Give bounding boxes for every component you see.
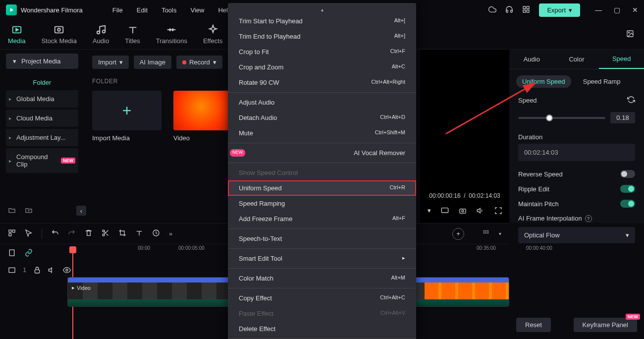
link-icon[interactable] — [25, 249, 33, 258]
minimize-button[interactable]: — — [595, 6, 602, 14]
tab-effects[interactable]: Effects — [203, 24, 223, 45]
speed-slider[interactable] — [518, 117, 605, 119]
reverse-speed-toggle[interactable] — [620, 170, 635, 178]
headphones-icon[interactable] — [505, 5, 513, 15]
text-icon[interactable] — [135, 229, 143, 238]
sidebar-item-compound[interactable]: ▸Compound ClipNEW — [6, 148, 78, 173]
import-media-tile[interactable]: + Import Media — [92, 91, 161, 142]
display-icon[interactable] — [441, 207, 449, 216]
apps-icon[interactable] — [522, 5, 530, 15]
preview-current-time: 00:00:00:16 — [429, 192, 460, 199]
view-grid-icon[interactable] — [482, 229, 490, 238]
duration-label: Duration — [518, 133, 635, 141]
right-tab-audio[interactable]: Audio — [509, 50, 554, 69]
chevron-down-icon[interactable]: ▾ — [428, 207, 431, 216]
export-button[interactable]: Export ▾ — [539, 3, 580, 17]
ctx-vocal-remover[interactable]: NEWAI Vocal Remover — [228, 145, 416, 161]
ctx-copy-effect[interactable]: Copy EffectCtrl+Alt+C — [228, 290, 416, 306]
ctx-crop-fit[interactable]: Crop to FitCtrl+F — [228, 44, 416, 59]
scroll-up-icon[interactable]: ▴ — [228, 6, 416, 13]
svg-rect-16 — [12, 230, 15, 232]
effects-icon — [208, 24, 218, 35]
sidebar-item-adjustment[interactable]: ▸Adjustment Lay... — [6, 129, 78, 146]
ctx-trim-end[interactable]: Trim End to PlayheadAlt+] — [228, 29, 416, 44]
ctx-freeze-frame[interactable]: Add Freeze FrameAlt+F — [228, 211, 416, 226]
ai-image-button[interactable]: AI Image — [134, 56, 171, 69]
track-menu-icon[interactable] — [8, 266, 16, 276]
snapshot-icon[interactable] — [459, 207, 467, 216]
reset-speed-icon[interactable] — [627, 96, 635, 105]
folder-icon[interactable] — [8, 206, 16, 216]
right-tab-color[interactable]: Color — [554, 50, 599, 69]
keyframe-panel-button[interactable]: Keyframe Panel NEW — [574, 318, 638, 332]
marker-icon[interactable] — [8, 249, 16, 258]
delete-icon[interactable] — [85, 229, 93, 238]
audio-icon — [96, 24, 107, 35]
ctx-mute[interactable]: MuteCtrl+Shift+M — [228, 125, 416, 141]
mute-track-icon[interactable] — [48, 266, 56, 276]
reset-button[interactable]: Reset — [516, 318, 551, 332]
folder-label[interactable]: Folder — [6, 75, 78, 90]
sidebar: ▾ Project Media Folder ▸Global Media ▸Cl… — [0, 50, 84, 223]
tab-media[interactable]: Media — [8, 24, 25, 45]
ctx-adjust-audio[interactable]: Adjust Audio — [228, 95, 416, 110]
ctx-color-match[interactable]: Color MatchAlt+M — [228, 271, 416, 286]
ripple-edit-toggle[interactable] — [620, 185, 635, 193]
record-button[interactable]: Record▾ — [176, 56, 222, 69]
menubar: File Edit Tools View Help — [112, 6, 231, 14]
menu-tools[interactable]: Tools — [161, 6, 176, 14]
folder-add-icon[interactable] — [25, 206, 33, 216]
fullscreen-icon[interactable] — [494, 207, 502, 216]
subtab-speed-ramp[interactable]: Speed Ramp — [577, 75, 627, 88]
menu-file[interactable]: File — [112, 6, 123, 14]
sidebar-item-cloud[interactable]: ▸Cloud Media — [6, 110, 78, 127]
ctx-detach-audio[interactable]: Detach AudioCtrl+Alt+D — [228, 110, 416, 125]
grid-icon[interactable] — [8, 229, 16, 238]
duration-field[interactable]: 00:02:14:03 — [518, 144, 635, 161]
menu-view[interactable]: View — [190, 6, 204, 14]
crop-icon[interactable] — [118, 229, 126, 238]
ctx-smart-edit[interactable]: Smart Edit Tool▸ — [228, 251, 416, 266]
add-track-button[interactable]: + — [452, 228, 464, 240]
import-button[interactable]: Import▾ — [92, 56, 129, 69]
new-badge: NEW — [61, 158, 75, 164]
tab-audio[interactable]: Audio — [93, 24, 109, 45]
app-title: Wondershare Filmora — [21, 6, 83, 14]
close-button[interactable]: ✕ — [632, 6, 638, 14]
info-icon[interactable]: ? — [585, 215, 592, 222]
lock-icon[interactable] — [33, 266, 41, 276]
right-tab-speed[interactable]: Speed — [599, 50, 644, 69]
slider-thumb[interactable] — [546, 114, 553, 121]
project-media-button[interactable]: ▾ Project Media — [6, 54, 78, 69]
ctx-speed-ramping[interactable]: Speed Ramping — [228, 196, 416, 211]
more-icon[interactable]: » — [169, 230, 172, 237]
ctx-delete-effect[interactable]: Delete Effect — [228, 321, 416, 337]
ctx-rotate[interactable]: Rotate 90 CWCtrl+Alt+Right — [228, 75, 416, 90]
ctx-trim-start[interactable]: Trim Start to PlayheadAlt+[ — [228, 13, 416, 29]
undo-icon[interactable] — [51, 229, 59, 238]
reverse-speed-label: Reverse Speed — [518, 170, 563, 178]
menu-edit[interactable]: Edit — [137, 6, 148, 14]
ai-interp-select[interactable]: Optical Flow▾ — [518, 227, 635, 243]
tab-titles[interactable]: Titles — [125, 24, 140, 45]
maintain-pitch-toggle[interactable] — [620, 200, 635, 208]
cloud-icon[interactable] — [488, 5, 496, 15]
image-mode-icon[interactable] — [626, 30, 634, 39]
ctx-speech-to-text[interactable]: Speech-to-Text — [228, 231, 416, 246]
split-icon[interactable] — [102, 229, 109, 238]
volume-icon[interactable] — [477, 207, 484, 216]
redo-icon[interactable] — [68, 229, 76, 238]
tab-transitions[interactable]: Transitions — [156, 24, 187, 45]
maximize-button[interactable]: ▢ — [614, 6, 620, 14]
titles-icon — [127, 24, 138, 35]
ctx-crop-zoom[interactable]: Crop and ZoomAlt+C — [228, 59, 416, 75]
speed-value[interactable]: 0.18 — [610, 112, 635, 123]
speed-icon[interactable] — [152, 229, 160, 238]
cursor-icon[interactable] — [25, 229, 33, 238]
svg-rect-22 — [485, 230, 487, 232]
tab-stock-media[interactable]: Stock Media — [41, 24, 77, 45]
ctx-uniform-speed[interactable]: Uniform SpeedCtrl+R — [228, 180, 416, 196]
chevron-down-icon[interactable]: ▾ — [499, 231, 501, 236]
sidebar-item-global[interactable]: ▸Global Media — [6, 90, 78, 108]
subtab-uniform-speed[interactable]: Uniform Speed — [516, 75, 571, 88]
